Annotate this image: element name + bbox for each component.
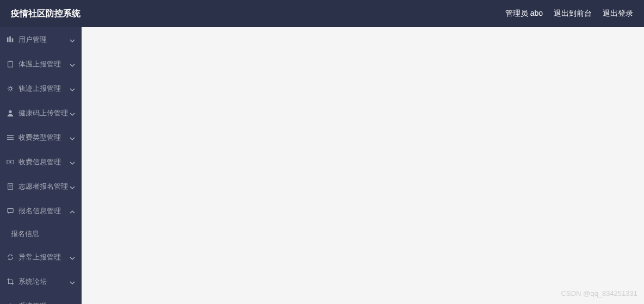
sidebar-item-temp-mgmt[interactable]: 体温上报管理 — [0, 52, 82, 76]
svg-point-5 — [9, 87, 11, 90]
clipboard-icon — [7, 60, 14, 68]
sidebar-item-exception-mgmt[interactable]: 异常上报管理 — [0, 245, 82, 269]
sidebar-item-label: 系统论坛 — [18, 277, 47, 287]
sidebar-item-label: 收费类型管理 — [18, 133, 61, 142]
sidebar-item-system-mgmt[interactable]: 系统管理 — [0, 294, 82, 304]
chevron-down-icon — [70, 86, 75, 91]
svg-rect-12 — [8, 183, 13, 189]
sidebar-item-forum[interactable]: 系统论坛 — [0, 269, 82, 294]
svg-rect-7 — [7, 135, 14, 135]
chevron-down-icon — [70, 37, 75, 42]
sidebar-subitem-signup-info[interactable]: 报名信息 — [0, 223, 82, 245]
chevron-down-icon — [70, 61, 75, 67]
svg-rect-1 — [9, 36, 11, 42]
svg-rect-2 — [12, 38, 14, 42]
sidebar-item-label: 系统管理 — [18, 301, 47, 305]
svg-point-11 — [9, 161, 11, 163]
user-icon — [7, 109, 14, 117]
svg-rect-0 — [7, 37, 9, 42]
chat-icon — [7, 207, 14, 215]
sidebar-item-fee-info-mgmt[interactable]: 收费信息管理 — [0, 150, 82, 174]
gear-icon — [7, 85, 14, 92]
list-icon — [7, 134, 14, 141]
sidebar-item-label: 报名信息管理 — [18, 206, 61, 216]
sidebar-item-track-mgmt[interactable]: 轨迹上报管理 — [0, 76, 82, 101]
sidebar-item-signup-mgmt[interactable]: 报名信息管理 — [0, 198, 82, 223]
admin-link[interactable]: 管理员 abo — [505, 9, 543, 18]
logout-link[interactable]: 退出登录 — [603, 9, 633, 18]
chevron-down-icon — [70, 135, 75, 140]
watermark: CSDN @qq_834251331 — [561, 289, 637, 299]
sidebar-item-label: 轨迹上报管理 — [18, 84, 61, 94]
sidebar-item-label: 志愿者报名管理 — [18, 182, 68, 191]
crop-icon — [7, 278, 14, 286]
sidebar-item-label: 收费信息管理 — [18, 157, 61, 167]
chevron-down-icon — [70, 279, 75, 284]
chevron-up-icon — [70, 208, 75, 214]
sidebar-item-volunteer-mgmt[interactable]: 志愿者报名管理 — [0, 174, 82, 198]
svg-rect-9 — [7, 139, 14, 139]
sidebar-item-fee-type-mgmt[interactable]: 收费类型管理 — [0, 125, 82, 150]
sidebar-item-label: 异常上报管理 — [18, 252, 61, 262]
app-title: 疫情社区防控系统 — [11, 8, 81, 20]
clipboard-icon — [7, 183, 14, 190]
sidebar-item-health-mgmt[interactable]: 健康码上传管理 — [0, 101, 82, 125]
money-icon — [7, 158, 14, 166]
svg-rect-15 — [8, 208, 14, 212]
chevron-down-icon — [70, 255, 75, 260]
svg-point-6 — [9, 110, 11, 113]
sidebar-item-label: 健康码上传管理 — [18, 108, 68, 118]
sidebar-item-label: 体温上报管理 — [18, 59, 61, 69]
sidebar-item-user-mgmt[interactable]: 用户管理 — [0, 27, 82, 52]
sidebar: 用户管理 体温上报管理 轨迹上报管理 健康码上传管理 — [0, 27, 82, 304]
sidebar-item-label: 用户管理 — [18, 35, 47, 45]
chevron-down-icon — [70, 184, 75, 189]
top-header: 疫情社区防控系统 管理员 abo 退出到前台 退出登录 — [0, 0, 644, 27]
back-to-front-link[interactable]: 退出到前台 — [554, 9, 592, 18]
gear-icon — [7, 302, 14, 305]
svg-rect-8 — [7, 137, 14, 138]
header-right: 管理员 abo 退出到前台 退出登录 — [505, 9, 633, 18]
svg-rect-3 — [8, 61, 13, 67]
refresh-icon — [7, 253, 14, 261]
bars-icon — [7, 36, 14, 44]
sidebar-subitem-label: 报名信息 — [11, 229, 39, 239]
svg-rect-4 — [9, 60, 11, 61]
chevron-down-icon — [70, 159, 75, 165]
chevron-down-icon — [70, 110, 75, 116]
